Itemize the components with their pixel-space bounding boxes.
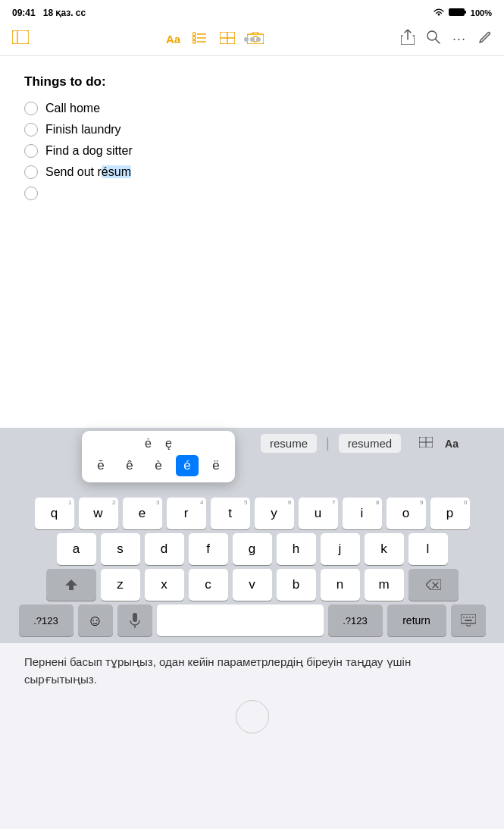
- key-hide-keyboard[interactable]: [451, 604, 486, 636]
- key-k[interactable]: k: [365, 533, 404, 565]
- char-option-egrave[interactable]: è: [147, 455, 170, 476]
- battery-percent: 100%: [471, 8, 492, 17]
- battery-icon: [449, 8, 467, 19]
- key-y[interactable]: 6y: [255, 498, 294, 529]
- key-l[interactable]: l: [409, 533, 448, 565]
- char-option-emacron[interactable]: ē: [89, 455, 112, 476]
- key-emoji[interactable]: ☺: [78, 604, 113, 636]
- key-numsym[interactable]: .?123: [19, 604, 74, 636]
- key-s[interactable]: s: [101, 533, 140, 565]
- key-u[interactable]: 7u: [299, 498, 338, 529]
- wifi-icon: [433, 8, 445, 19]
- toolbar: Aa ···: [0, 23, 504, 56]
- home-area: [0, 696, 504, 736]
- key-q[interactable]: 1q: [35, 498, 74, 529]
- instruction-area: Пернені басып тұрыңыз, одан кейін параме…: [0, 643, 504, 696]
- format-icon[interactable]: Aa: [166, 33, 180, 46]
- keyboard[interactable]: 1q 2w 3e 4r 5t 6y 7u 8i 9o 0p a s d f g …: [0, 495, 504, 643]
- sidebar-toggle-icon[interactable]: [12, 30, 29, 48]
- key-j[interactable]: j: [321, 533, 360, 565]
- key-space[interactable]: [157, 604, 324, 636]
- svg-rect-1: [465, 11, 466, 14]
- checklist-item-1: Call home: [24, 102, 480, 115]
- status-right: 100%: [433, 8, 492, 19]
- checklist-icon[interactable]: [193, 30, 208, 48]
- char-option-eacute[interactable]: é: [176, 455, 199, 476]
- key-z[interactable]: z: [101, 569, 140, 601]
- svg-rect-0: [449, 8, 465, 16]
- key-mic[interactable]: [117, 604, 152, 636]
- keyboard-row-1: 1q 2w 3e 4r 5t 6y 7u 8i 9o 0p: [3, 498, 501, 529]
- key-e[interactable]: 3e: [123, 498, 162, 529]
- key-h[interactable]: h: [277, 533, 316, 565]
- svg-point-8: [193, 36, 196, 39]
- suggestion-resumed[interactable]: resumed: [339, 434, 401, 453]
- key-g[interactable]: g: [233, 533, 272, 565]
- key-f[interactable]: f: [189, 533, 228, 565]
- svg-rect-22: [133, 613, 137, 622]
- home-button[interactable]: [236, 700, 269, 733]
- key-a[interactable]: a: [57, 533, 96, 565]
- key-r[interactable]: 4r: [167, 498, 206, 529]
- aa-label[interactable]: Aa: [445, 438, 459, 450]
- item-text-4: Send out résum: [45, 165, 131, 179]
- checkbox-2[interactable]: [24, 123, 38, 137]
- checklist-item-3: Find a dog sitter: [24, 144, 480, 158]
- keyboard-row-4: .?123 ☺ .?123 return: [3, 604, 501, 636]
- key-shift[interactable]: [46, 569, 96, 601]
- checkbox-5[interactable]: [24, 187, 38, 200]
- find-icon[interactable]: [427, 30, 440, 48]
- key-p[interactable]: 0p: [430, 498, 470, 529]
- checkbox-3[interactable]: [24, 144, 38, 158]
- char-option-ecircum[interactable]: ê: [118, 455, 141, 476]
- key-x[interactable]: x: [145, 569, 184, 601]
- compose-icon[interactable]: [478, 30, 492, 48]
- status-time: 09:41 18 қаз. сс: [12, 8, 86, 18]
- checklist-item-4: Send out résum: [24, 165, 480, 179]
- toolbar-right: ···: [401, 30, 492, 49]
- char-option-eogonek[interactable]: ę: [165, 437, 172, 451]
- key-d[interactable]: d: [145, 533, 184, 565]
- checklist-item-5: [24, 187, 480, 200]
- key-return[interactable]: return: [387, 604, 446, 636]
- checklist-item-2: Finish laundry: [24, 123, 480, 137]
- instruction-text: Пернені басып тұрыңыз, одан кейін параме…: [24, 655, 411, 686]
- checkbox-1[interactable]: [24, 102, 38, 115]
- note-area: Things to do: Call home Finish laundry F…: [0, 56, 504, 428]
- char-picker-main-row: ē ê è é ë: [89, 455, 227, 476]
- status-bar: 09:41 18 қаз. сс 100%: [0, 0, 504, 23]
- key-subtext: 1: [68, 499, 71, 506]
- checkbox-4[interactable]: [24, 165, 38, 179]
- suggestions-row: resume | resumed Aa: [261, 434, 459, 453]
- svg-point-7: [193, 33, 196, 36]
- key-n[interactable]: n: [321, 569, 360, 601]
- key-backspace[interactable]: [409, 569, 459, 601]
- more-icon[interactable]: ···: [452, 31, 466, 47]
- popup-area: ė ę ē ê è é ë resume | resumed Aa: [0, 428, 504, 495]
- suggestion-resume[interactable]: resume: [261, 434, 317, 453]
- toolbar-left: [12, 30, 29, 48]
- key-m[interactable]: m: [365, 569, 404, 601]
- note-title: Things to do:: [24, 74, 480, 89]
- char-picker[interactable]: ė ę ē ê è é ë: [82, 431, 235, 482]
- svg-point-9: [193, 40, 196, 43]
- highlighted-text: ésum: [102, 165, 131, 178]
- svg-rect-2: [12, 30, 29, 44]
- key-c[interactable]: c: [189, 569, 228, 601]
- key-w[interactable]: 2w: [79, 498, 118, 529]
- char-option-euml[interactable]: ë: [205, 455, 227, 476]
- share-icon[interactable]: [401, 30, 415, 49]
- key-numsym-right[interactable]: .?123: [328, 604, 383, 636]
- grid-icon[interactable]: [419, 437, 433, 451]
- item-text-3: Find a dog sitter: [45, 144, 133, 158]
- char-option-edot[interactable]: ė: [145, 437, 152, 451]
- key-t[interactable]: 5t: [211, 498, 250, 529]
- svg-line-16: [435, 39, 440, 44]
- table-icon[interactable]: [220, 30, 235, 48]
- keyboard-row-3: z x c v b n m: [3, 569, 501, 601]
- key-i[interactable]: 8i: [343, 498, 382, 529]
- key-b[interactable]: b: [277, 569, 316, 601]
- item-text-2: Finish laundry: [45, 123, 121, 137]
- key-v[interactable]: v: [233, 569, 272, 601]
- key-o[interactable]: 9o: [387, 498, 426, 529]
